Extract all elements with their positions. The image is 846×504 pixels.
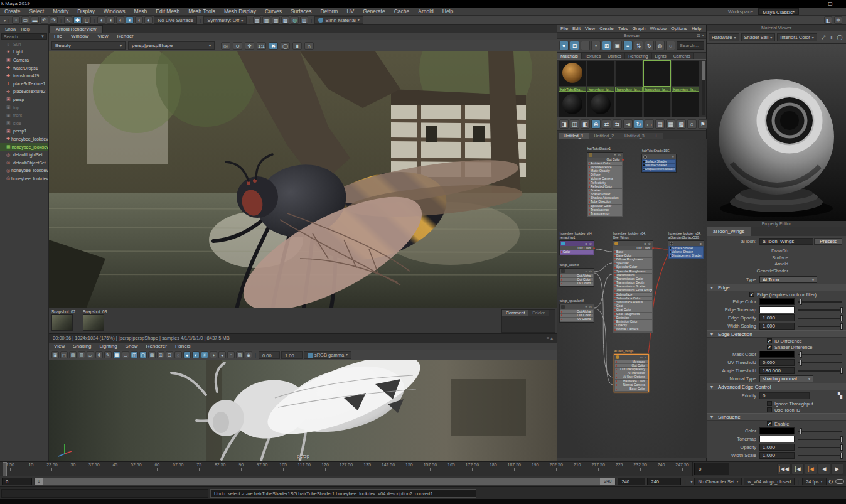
section-silhouette[interactable]: Silhouette bbox=[707, 413, 846, 421]
playback-button[interactable]: |◀◀ bbox=[777, 463, 791, 475]
node-attribute-port[interactable]: Subsurface Radius bbox=[614, 301, 652, 304]
browser-tool-icon[interactable]: ◍ bbox=[655, 41, 665, 50]
outliner-menu-item[interactable]: Show bbox=[5, 27, 16, 31]
aov-dropdown[interactable]: Beauty▾ bbox=[51, 41, 126, 50]
renderview-menu-item[interactable]: Window bbox=[71, 33, 88, 39]
ignore-throughput-checkbox[interactable] bbox=[767, 401, 772, 406]
node-header[interactable]: ≡ ⊙ bbox=[560, 269, 594, 274]
use-toon-id-checkbox[interactable] bbox=[767, 407, 772, 412]
id-difference-checkbox[interactable]: ✔ bbox=[767, 338, 772, 343]
viewport-tool-icon[interactable]: ⊞ bbox=[157, 351, 164, 358]
node-attribute-port[interactable]: Base Color bbox=[614, 254, 652, 258]
node-attribute-port[interactable]: Transmission Extra Roughness bbox=[614, 289, 652, 292]
node-attribute-port[interactable]: Normal Camera bbox=[615, 383, 648, 387]
node-attribute-port[interactable]: Transmission Color bbox=[614, 277, 652, 281]
comment-tab[interactable]: Comment bbox=[502, 310, 528, 316]
hypershade-menu-item[interactable]: Create bbox=[599, 26, 614, 31]
node-editor-tool-icon[interactable]: ▩ bbox=[677, 119, 686, 129]
node-editor-tab[interactable]: Untitled_1 bbox=[559, 133, 589, 139]
snap-icon[interactable]: ◖ bbox=[116, 16, 124, 24]
node-attribute-port[interactable]: Specular Color bbox=[588, 205, 622, 208]
renderview-tool-icon[interactable]: ◯ bbox=[281, 42, 290, 50]
toolbar-icon[interactable]: ▬ bbox=[31, 16, 39, 24]
node-attribute-port[interactable]: Subsurface Color bbox=[614, 297, 652, 301]
node-header[interactable]: ⊙ ≡ bbox=[614, 355, 648, 360]
viewport-tool-icon[interactable]: ◉ bbox=[245, 351, 252, 358]
renderview-menu-item[interactable]: File bbox=[54, 33, 62, 39]
shader-difference-checkbox[interactable]: ✔ bbox=[767, 345, 772, 350]
playback-button[interactable]: ▶ bbox=[831, 463, 843, 475]
hypershade-menu-item[interactable]: Window bbox=[650, 26, 667, 31]
animation-start-field[interactable]: 0 bbox=[2, 478, 32, 485]
renderview-tool-icon[interactable]: ▮ bbox=[292, 42, 302, 50]
viewport-tool-icon[interactable]: ◻ bbox=[60, 351, 68, 358]
outliner-item[interactable]: ◎ honeybee_lookdev_v04r bbox=[0, 167, 48, 175]
node-graph-area[interactable]: hairTubeShader1 ≡ ⊙ Out Color Ambient Co… bbox=[557, 139, 707, 458]
menu-item[interactable]: Cache bbox=[390, 8, 414, 14]
render-icon[interactable]: ◍ bbox=[291, 16, 299, 24]
render-icon[interactable]: ▦ bbox=[272, 16, 280, 24]
node-attribute-port[interactable]: Uv Coord bbox=[560, 318, 593, 321]
node-attribute-port[interactable]: Coat bbox=[614, 304, 652, 308]
viewport-menu-item[interactable]: Panels bbox=[175, 343, 190, 349]
outliner-menu-item[interactable]: Help bbox=[21, 27, 30, 31]
viewport-tool-icon[interactable]: ✥ bbox=[95, 351, 103, 358]
attribute-value[interactable] bbox=[759, 306, 795, 313]
outliner-item[interactable]: ▣ Camera bbox=[0, 56, 48, 64]
outliner-item[interactable]: ✛ place3dTexture1 bbox=[0, 80, 48, 88]
viewport-tool-icon[interactable]: ◑ bbox=[210, 351, 217, 358]
viewport-menu-item[interactable]: Show bbox=[126, 343, 138, 349]
outliner-item[interactable]: ▣ persp1 bbox=[0, 127, 48, 136]
menu-item[interactable]: UV bbox=[342, 8, 358, 14]
node-editor-tool-icon[interactable]: ▦ bbox=[666, 119, 675, 129]
node-attribute-port[interactable]: Specular bbox=[614, 262, 652, 265]
attribute-value[interactable]: 1.000 bbox=[759, 314, 795, 321]
node-attribute-port[interactable]: Transmission Scatter bbox=[614, 285, 652, 289]
node-editor-tool-icon[interactable]: ▭ bbox=[645, 119, 654, 129]
attribute-slider[interactable] bbox=[798, 439, 842, 440]
viewport-tool-icon[interactable]: ✎ bbox=[104, 351, 112, 358]
node-attribute-port[interactable]: Surface Shader bbox=[669, 247, 703, 250]
live-surface-field[interactable]: No Live Surface bbox=[154, 16, 197, 24]
animation-end-field[interactable]: 240 bbox=[647, 478, 681, 485]
node-attribute-port[interactable]: Diffuse Roughness bbox=[614, 258, 652, 262]
outliner-item[interactable]: ✚ waterDrops1 bbox=[0, 64, 48, 72]
range-start-handle[interactable]: 0 bbox=[35, 478, 43, 485]
node-attribute-port[interactable]: Message bbox=[615, 360, 648, 364]
attribute-value[interactable]: 1.000 bbox=[759, 444, 795, 451]
node-attribute-port[interactable]: Volume Shader bbox=[669, 250, 703, 254]
menu-item[interactable]: Generate bbox=[358, 8, 389, 14]
viewer-geometry-dropdown[interactable]: Shader Ball▾ bbox=[741, 33, 776, 41]
node-header[interactable]: ≡ ⊙ bbox=[587, 153, 623, 158]
attribute-slider[interactable] bbox=[798, 455, 842, 456]
menu-item[interactable]: Surfaces bbox=[286, 8, 316, 14]
browser-tool-icon[interactable]: ↻ bbox=[645, 41, 654, 50]
viewport-tool-icon[interactable]: ▦ bbox=[113, 351, 120, 358]
attribute-value[interactable]: 1.000 bbox=[759, 452, 795, 459]
viewport-menu-item[interactable]: Shading bbox=[73, 343, 91, 349]
shading-group-node[interactable]: honeybee_lookdev_v04: aiStandardSurface5… bbox=[668, 240, 704, 259]
node-attribute-port[interactable]: Emission bbox=[614, 316, 652, 320]
normal-type-dropdown[interactable]: shading normal▾ bbox=[759, 375, 813, 382]
attribute-value[interactable]: 180.000 bbox=[759, 367, 795, 374]
outliner-item[interactable]: ◎ defaultLightSet bbox=[0, 151, 48, 159]
renderview-tool-icon[interactable]: ⊖ bbox=[233, 42, 242, 50]
viewport-tool-icon[interactable]: ▤ bbox=[69, 351, 77, 358]
attribute-slider[interactable] bbox=[798, 301, 842, 303]
sidebar-toggle-icon[interactable]: ✛ bbox=[834, 16, 842, 24]
browser-tab[interactable]: Rendering bbox=[625, 53, 651, 59]
node-attribute-port[interactable]: Out Color bbox=[560, 278, 593, 282]
menu-item[interactable]: Modify bbox=[48, 8, 73, 14]
clip-name-field[interactable]: w_v04:wings_closed bbox=[744, 478, 795, 485]
material-swatch[interactable] bbox=[559, 60, 586, 87]
node-attribute-port[interactable]: Displacement Shader bbox=[669, 254, 703, 258]
swatch-search-input[interactable]: Search... bbox=[677, 41, 704, 50]
node-attribute-port[interactable]: Ai Translator bbox=[615, 372, 648, 375]
menu-item[interactable]: Select bbox=[25, 8, 49, 14]
node-header[interactable]: ≡ ⊙ bbox=[560, 304, 594, 309]
node-editor-tool-icon[interactable]: ◧ bbox=[581, 119, 590, 129]
symmetry-dropdown[interactable]: Symmetry: Off▾ bbox=[203, 16, 247, 24]
snap-icon[interactable]: ◖ bbox=[144, 16, 153, 24]
node-editor-tool-icon[interactable]: ⇆ bbox=[613, 119, 622, 129]
node-attribute-port[interactable]: Out Color bbox=[560, 314, 593, 318]
